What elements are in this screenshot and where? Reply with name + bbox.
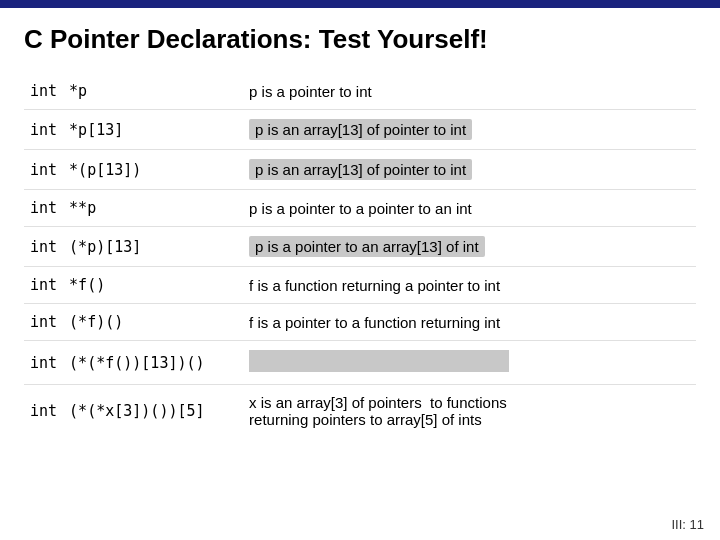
declaration-cell: *p[13] (63, 110, 243, 150)
table-row: int**pp is a pointer to a pointer to an … (24, 190, 696, 227)
keyword-cell: int (24, 385, 63, 438)
declaration-cell: (*(*f())[13])() (63, 341, 243, 385)
keyword-cell: int (24, 227, 63, 267)
table-row: int(*(*x[3])())[5]x is an array[3] of po… (24, 385, 696, 438)
description-cell: f is a function returning a pointer to i… (243, 267, 696, 304)
keyword-cell: int (24, 150, 63, 190)
table-row: int*pp is a pointer to int (24, 73, 696, 110)
declaration-cell: *p (63, 73, 243, 110)
declaration-cell: (*(*x[3])())[5] (63, 385, 243, 438)
table-row: int(*f)()f is a pointer to a function re… (24, 304, 696, 341)
description-cell: p is a pointer to an array[13] of int (243, 227, 696, 267)
page-title: C Pointer Declarations: Test Yourself! (24, 24, 696, 55)
description-cell: p is an array[13] of pointer to int (243, 150, 696, 190)
declarations-table: int*pp is a pointer to intint*p[13]p is … (24, 73, 696, 437)
table-row: int*(p[13])p is an array[13] of pointer … (24, 150, 696, 190)
keyword-cell: int (24, 304, 63, 341)
declaration-cell: *(p[13]) (63, 150, 243, 190)
description-cell: p is an array[13] of pointer to int (243, 110, 696, 150)
keyword-cell: int (24, 267, 63, 304)
declaration-cell: (*f)() (63, 304, 243, 341)
table-row: int*f()f is a function returning a point… (24, 267, 696, 304)
description-cell (243, 341, 696, 385)
declaration-cell: *f() (63, 267, 243, 304)
description-cell: x is an array[3] of pointers to function… (243, 385, 696, 438)
keyword-cell: int (24, 341, 63, 385)
table-row: int(*(*f())[13])() (24, 341, 696, 385)
main-content: C Pointer Declarations: Test Yourself! i… (0, 8, 720, 449)
keyword-cell: int (24, 110, 63, 150)
keyword-cell: int (24, 73, 63, 110)
description-cell: f is a pointer to a function returning i… (243, 304, 696, 341)
top-bar (0, 0, 720, 8)
table-row: int*p[13]p is an array[13] of pointer to… (24, 110, 696, 150)
description-cell: p is a pointer to a pointer to an int (243, 190, 696, 227)
table-row: int(*p)[13]p is a pointer to an array[13… (24, 227, 696, 267)
declaration-cell: **p (63, 190, 243, 227)
keyword-cell: int (24, 190, 63, 227)
declaration-cell: (*p)[13] (63, 227, 243, 267)
bottom-note: III: 11 (671, 517, 704, 532)
description-cell: p is a pointer to int (243, 73, 696, 110)
